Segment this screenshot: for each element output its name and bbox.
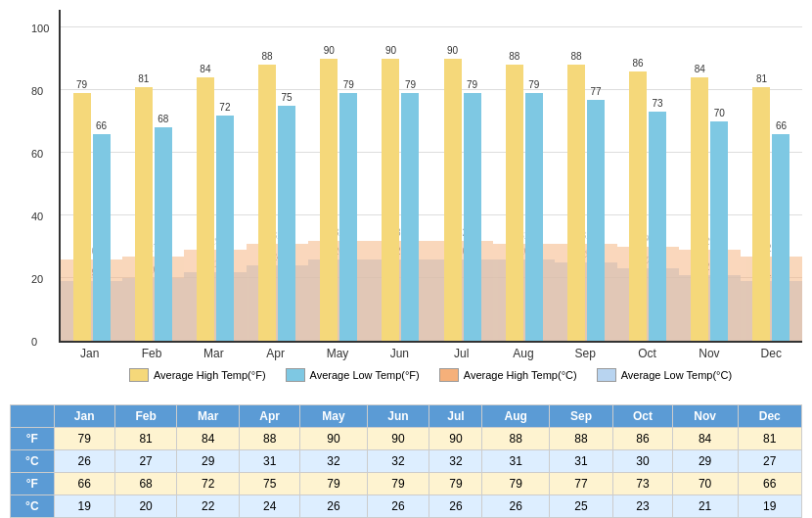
bar-value-label: 88	[506, 51, 523, 62]
bar-value-label: 73	[649, 98, 666, 109]
bar-value-label: 81	[752, 73, 770, 84]
month-group: 8166	[741, 87, 802, 341]
bar-fill	[320, 59, 338, 341]
bar: 70	[710, 121, 728, 341]
bar-value-label: 79	[339, 79, 357, 90]
table-header: May	[300, 405, 368, 428]
table-cell: 32	[367, 450, 429, 473]
table-header: Apr	[240, 405, 300, 428]
table-cell: 20	[114, 495, 177, 518]
bar-value-label: 88	[567, 51, 585, 62]
bar-fill	[278, 106, 295, 341]
bar: 66	[772, 134, 789, 341]
bar-fill	[691, 77, 708, 341]
table-cell: 70	[672, 473, 738, 495]
bar-value-label: 68	[155, 114, 172, 124]
bar: 84	[197, 77, 214, 341]
y-tick: 100	[31, 23, 49, 34]
table-header: Aug	[482, 405, 549, 428]
bar-fill	[464, 93, 481, 341]
table-cell: 26	[367, 495, 429, 518]
bar: 81	[135, 87, 153, 341]
table-cell: 72	[177, 473, 240, 495]
table-header: Jan	[54, 405, 114, 428]
table-cell: 88	[240, 428, 300, 450]
table-cell: 30	[613, 450, 672, 473]
legend-color-box	[129, 368, 149, 382]
bar-fill	[444, 59, 462, 341]
bar: 66	[93, 134, 111, 341]
table-cell: 90	[429, 428, 482, 450]
legend-item: Average High Temp(°C)	[439, 368, 577, 382]
bar-value-label: 75	[278, 92, 295, 103]
chart-area: 0204060801001920222426262626252321192627…	[59, 10, 802, 343]
bar: 68	[155, 127, 172, 341]
legend: Average High Temp(°F)Average Low Temp(°F…	[59, 360, 802, 390]
month-group: 8879	[493, 65, 555, 341]
table-cell: 68	[114, 473, 177, 495]
table-cell: 77	[549, 473, 612, 495]
bar: 86	[629, 71, 647, 341]
legend-item: Average High Temp(°F)	[129, 368, 266, 382]
bar-value-label: 81	[135, 73, 153, 84]
x-tick: May	[306, 343, 368, 360]
month-group: 7966	[61, 93, 122, 341]
bar-value-label: 88	[258, 51, 276, 62]
bar-fill	[339, 93, 357, 341]
x-tick: Aug	[492, 343, 554, 360]
table-header: Feb	[114, 405, 177, 428]
bar-fill	[506, 65, 523, 341]
bar-value-label: 79	[464, 79, 481, 90]
bar: 79	[339, 93, 357, 341]
bar: 88	[258, 65, 276, 341]
table-cell: 26	[482, 495, 549, 518]
table-cell: 79	[300, 473, 368, 495]
bar: 75	[278, 106, 295, 341]
x-tick: Mar	[183, 343, 245, 360]
legend-label: Average High Temp(°C)	[464, 369, 577, 381]
table-cell: 22	[177, 495, 240, 518]
table-cell: 31	[549, 450, 612, 473]
bar-fill	[401, 93, 419, 341]
table-cell: 66	[738, 473, 801, 495]
table-cell: 25	[549, 495, 612, 518]
table-cell: 66	[54, 473, 114, 495]
bar: 72	[216, 116, 234, 341]
table-cell: 31	[240, 450, 300, 473]
table-cell: 90	[300, 428, 368, 450]
row-header: °C	[11, 450, 55, 473]
bar-fill	[73, 93, 91, 341]
bar: 88	[506, 65, 523, 341]
table-cell: 88	[482, 428, 549, 450]
bar-fill	[587, 100, 605, 341]
bar: 77	[587, 100, 605, 341]
table-cell: 26	[300, 495, 368, 518]
legend-label: Average Low Temp(°F)	[310, 369, 420, 381]
row-header: °F	[11, 428, 55, 450]
bar: 90	[320, 59, 338, 341]
x-tick: Feb	[120, 343, 182, 360]
bar-value-label: 90	[444, 45, 462, 56]
table-header: Oct	[613, 405, 672, 428]
table-cell: 26	[429, 495, 482, 518]
table-header: Dec	[738, 405, 801, 428]
bar: 84	[691, 77, 708, 341]
table-cell: 32	[429, 450, 482, 473]
bar: 79	[73, 93, 91, 341]
table-cell: 19	[54, 495, 114, 518]
bar-fill	[382, 59, 399, 341]
table-row: °F666872757979797977737066	[11, 473, 802, 495]
bar-value-label: 90	[320, 45, 338, 56]
bar-fill	[155, 127, 172, 341]
y-tick: 0	[31, 336, 37, 348]
table-cell: 27	[738, 450, 801, 473]
month-group: 8673	[617, 71, 679, 341]
table-cell: 23	[613, 495, 672, 518]
table-header: Jun	[367, 405, 429, 428]
data-table: JanFebMarAprMayJunJulAugSepOctNovDec°F79…	[10, 404, 802, 518]
legend-color-box	[286, 368, 305, 382]
bar-value-label: 79	[525, 79, 543, 90]
bar-value-label: 84	[197, 64, 214, 74]
month-group: 8877	[555, 65, 616, 341]
table-cell: 29	[177, 450, 240, 473]
